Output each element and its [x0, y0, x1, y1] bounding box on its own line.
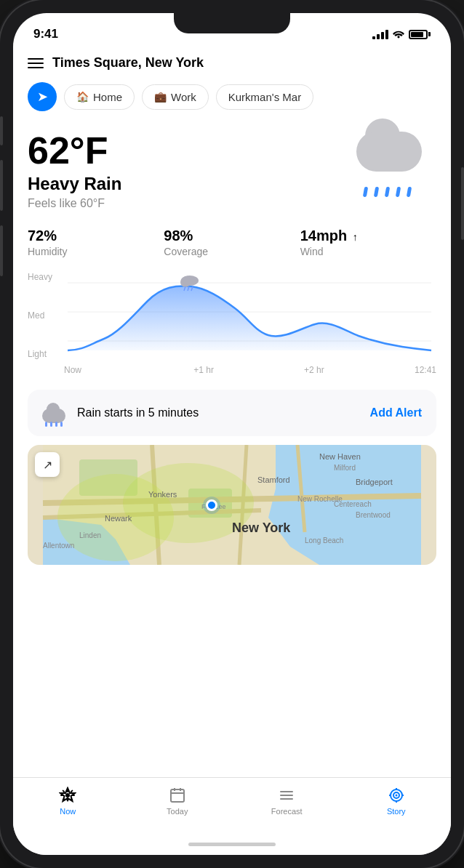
chart-y-light: Light	[28, 349, 60, 359]
svg-text:Yonkers: Yonkers	[148, 490, 177, 499]
alert-cloud-icon	[42, 403, 68, 423]
weather-icon	[342, 132, 436, 197]
svg-rect-33	[171, 789, 184, 802]
tab-forecast[interactable]: Forecast	[232, 784, 342, 819]
alert-card: Rain starts in 5 minutes Add Alert	[28, 390, 436, 436]
location-pill-work[interactable]: 💼 Work	[142, 84, 209, 110]
cloud-rain-icon	[349, 132, 429, 197]
precipitation-chart: Heavy Med Light	[13, 266, 451, 381]
svg-text:Linden: Linden	[79, 531, 101, 539]
pill-label-kurkman: Kurkman's Mar	[228, 91, 301, 103]
chart-y-med: Med	[28, 310, 60, 321]
gps-button[interactable]: ➤	[28, 82, 57, 111]
chart-x-1hr: +1 hr	[193, 365, 214, 375]
stat-coverage: 98% Coverage	[164, 228, 300, 257]
svg-text:Brentwood: Brentwood	[356, 511, 391, 519]
today-icon	[169, 787, 186, 804]
battery-icon	[409, 30, 431, 39]
svg-point-4	[180, 277, 191, 287]
svg-point-32	[65, 793, 70, 797]
wind-label: Wind	[300, 246, 436, 257]
humidity-value: 72%	[28, 228, 164, 244]
chart-x-now: Now	[64, 365, 81, 375]
location-pills: ➤ 🏠 Home 💼 Work Kurkman's Mar	[13, 79, 451, 123]
main-content: Times Square, New York ➤ 🏠 Home 💼 Work K…	[13, 49, 451, 777]
feels-like: Feels like 60°F	[28, 197, 342, 210]
svg-text:Allentown: Allentown	[43, 542, 74, 550]
coverage-label: Coverage	[164, 246, 300, 257]
add-alert-button[interactable]: Add Alert	[370, 406, 422, 419]
coverage-value: 98%	[164, 228, 300, 244]
tab-today-label: Today	[167, 807, 188, 816]
phone-screen: 9:41	[13, 13, 451, 855]
svg-text:Long Beach: Long Beach	[305, 537, 343, 544]
weather-info: 62°F Heavy Rain Feels like 60°F	[28, 132, 342, 210]
work-icon: 💼	[154, 91, 167, 103]
chart-y-heavy: Heavy	[28, 272, 60, 282]
status-icons	[372, 28, 431, 41]
location-pill-kurkman[interactable]: Kurkman's Mar	[216, 84, 313, 110]
stat-humidity: 72% Humidity	[28, 228, 164, 257]
map-container[interactable]: ↗	[28, 445, 436, 565]
tab-today[interactable]: Today	[123, 784, 233, 819]
expand-icon: ↗	[43, 458, 52, 472]
svg-text:Milford: Milford	[334, 464, 356, 472]
svg-text:Bridgeport: Bridgeport	[356, 478, 393, 486]
tab-story-label: Story	[387, 807, 406, 816]
home-indicator	[13, 833, 451, 855]
map-expand-button[interactable]: ↗	[35, 452, 60, 477]
svg-text:New Rochelle: New Rochelle	[297, 495, 343, 503]
weather-main: 62°F Heavy Rain Feels like 60°F	[13, 123, 451, 216]
temperature: 62°F	[28, 132, 342, 169]
humidity-label: Humidity	[28, 246, 164, 257]
svg-text:New Haven: New Haven	[319, 452, 361, 461]
svg-text:Newark: Newark	[105, 514, 132, 523]
alert-text: Rain starts in 5 minutes	[77, 406, 199, 419]
notch	[174, 13, 290, 33]
svg-text:New York: New York	[232, 521, 291, 535]
tab-now[interactable]: Now	[13, 784, 123, 819]
gps-icon: ➤	[37, 89, 48, 105]
location-pill-home[interactable]: 🏠 Home	[64, 84, 135, 110]
header: Times Square, New York	[13, 49, 451, 79]
menu-button[interactable]	[28, 58, 44, 68]
svg-point-42	[395, 795, 397, 797]
phone-frame: 9:41	[0, 0, 464, 868]
tab-story[interactable]: Story	[342, 784, 452, 819]
svg-text:Stamford: Stamford	[257, 475, 290, 484]
map-svg: New Haven Milford Bridgeport Stamford Yo…	[28, 445, 436, 565]
tab-forecast-label: Forecast	[271, 807, 303, 816]
home-icon: 🏠	[76, 91, 89, 103]
chart-svg	[63, 272, 436, 359]
status-time: 9:41	[33, 27, 58, 41]
stats-row: 72% Humidity 98% Coverage 14mph ↑ Wind	[13, 216, 451, 266]
location-dot	[206, 499, 217, 511]
alert-left: Rain starts in 5 minutes	[42, 403, 199, 423]
stat-wind: 14mph ↑ Wind	[300, 228, 436, 257]
pill-label-home: Home	[93, 91, 122, 103]
now-icon	[59, 787, 76, 804]
chart-x-labels: Now +1 hr +2 hr 12:41	[64, 362, 436, 378]
condition: Heavy Rain	[28, 174, 342, 194]
wifi-icon	[393, 28, 404, 41]
chart-x-2hr: +2 hr	[304, 365, 324, 375]
city-title: Times Square, New York	[52, 55, 204, 71]
tab-now-label: Now	[60, 807, 76, 816]
wind-value: 14mph ↑	[300, 228, 436, 244]
tab-bar: Now Today Forecast	[13, 777, 451, 833]
pill-label-work: Work	[171, 91, 196, 103]
story-icon	[388, 787, 405, 804]
signal-icon	[372, 29, 388, 39]
chart-x-end: 12:41	[415, 365, 436, 375]
forecast-icon	[278, 787, 295, 804]
